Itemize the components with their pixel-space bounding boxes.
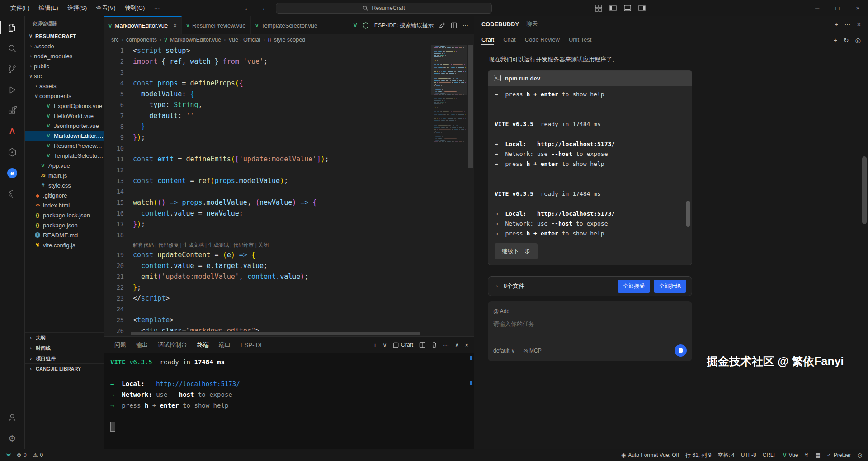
maximize-button[interactable]: □ — [827, 0, 848, 16]
panel-tab-[interactable]: 调试控制台 — [153, 337, 192, 353]
pencil-icon[interactable] — [439, 22, 445, 28]
tree-item-components[interactable]: ∨components — [25, 91, 104, 101]
panel-tab-esp-idf[interactable]: ESP-IDF — [236, 337, 269, 353]
sidebar-section-cangjie-library[interactable]: ›CANGJIE LIBRARY — [25, 363, 104, 374]
esp-device-button[interactable]: ▤ — [812, 449, 823, 461]
menu-f[interactable]: 文件(F) — [6, 2, 34, 14]
close-window-button[interactable]: × — [848, 0, 868, 16]
task-input[interactable] — [493, 320, 629, 327]
code-line[interactable]: 17}); — [104, 219, 431, 230]
close-tab-icon[interactable]: × — [173, 22, 177, 29]
code-line[interactable]: 2import { ref, watch } from 'vue'; — [104, 56, 431, 67]
breadcrumb-item-style-scoped[interactable]: style scoped — [274, 37, 305, 43]
project-root-row[interactable]: ∨ RESUMECRAFT — [25, 31, 104, 41]
search-sidebar-icon[interactable] — [0, 38, 24, 59]
eol-sequence[interactable]: CRLF — [760, 449, 780, 461]
tree-item-exportoptions-vue[interactable]: VExportOptions.vue — [25, 101, 104, 111]
tab-markdowneditor-vue[interactable]: VMarkdownEditor.vue× — [104, 16, 182, 34]
target-icon[interactable]: ◎ — [855, 37, 861, 44]
code-line[interactable]: 25<template> — [104, 315, 431, 325]
breadcrumb-item-vue-official[interactable]: Vue - Official — [228, 37, 260, 43]
menu-more-icon[interactable]: ⋯ — [150, 3, 164, 13]
codelens-[interactable]: 解释代码 — [133, 242, 154, 248]
code-line[interactable]: 9}); — [104, 132, 431, 143]
tree-item-jsonimporter-vue[interactable]: VJsonImporter.vue — [25, 121, 104, 131]
terminal-profile-chevron-icon[interactable]: ∨ — [382, 342, 387, 348]
panel-more-icon[interactable]: ⋯ — [443, 342, 449, 348]
new-terminal-icon[interactable]: + — [373, 342, 377, 348]
code-line[interactable]: 11const emit = defineEmits(['update:mode… — [104, 154, 431, 165]
menu-g[interactable]: 转到(G) — [121, 2, 149, 14]
code-line[interactable]: 4const props = defineProps({ — [104, 78, 431, 89]
history-icon[interactable]: ↻ — [844, 37, 849, 44]
send-stop-button[interactable] — [675, 344, 687, 357]
remote-window-button[interactable]: >< — [3, 449, 14, 461]
minimap[interactable] — [431, 45, 467, 336]
code-line[interactable]: 24 — [104, 304, 431, 315]
toggle-panel-icon[interactable] — [624, 5, 631, 12]
code-line[interactable]: 21 emit('update:modelValue', content.val… — [104, 271, 431, 282]
menu-e[interactable]: 编辑(E) — [35, 2, 62, 14]
panel-tab-[interactable]: 终端 — [192, 337, 214, 353]
code-line[interactable]: 15watch(() => props.modelValue, (newValu… — [104, 197, 431, 208]
code-line[interactable]: 3 — [104, 67, 431, 78]
code-line[interactable]: 5 modelValue: { — [104, 89, 431, 99]
terminal[interactable]: VITE v6.3.5 ready in 17484 ms→ Local: ht… — [104, 353, 474, 449]
codebuddy-tab-chat[interactable]: Chat — [503, 36, 515, 45]
editor-vertical-scrollbar[interactable] — [467, 45, 474, 336]
encoding[interactable]: UTF-8 — [738, 449, 760, 461]
esp-idf-action-button[interactable]: ESP-IDF: 搜索错误提示 — [374, 22, 434, 29]
forward-icon[interactable]: → — [259, 4, 266, 12]
card-scrollbar-thumb[interactable] — [686, 201, 690, 227]
code-line[interactable]: 7 default: '' — [104, 110, 431, 121]
explorer-more-icon[interactable]: ⋯ — [93, 20, 99, 27]
code-editor[interactable]: 1<script setup>2import { ref, watch } fr… — [104, 45, 474, 336]
tab-templateselector-vue[interactable]: VTemplateSelector.vue — [251, 16, 323, 34]
model-selector[interactable]: default ∨ — [493, 348, 515, 354]
esp-flash-button[interactable]: ↯ — [801, 449, 812, 461]
menu-s[interactable]: 选择(S) — [63, 2, 91, 14]
panel-tab-[interactable]: 输出 — [131, 337, 153, 353]
tree-item-package-json[interactable]: {}package.json — [25, 220, 104, 230]
tree-item-index-html[interactable]: <>index.html — [25, 200, 104, 210]
more-actions-icon[interactable]: ⋯ — [462, 22, 468, 29]
code-line[interactable]: 18 — [104, 230, 431, 240]
kill-terminal-trash-icon[interactable] — [431, 342, 437, 348]
problems-warnings[interactable]: ⚠0 — [30, 449, 46, 461]
code-line[interactable]: 8 } — [104, 121, 431, 132]
code-line[interactable]: 12 — [104, 165, 431, 175]
add-context-button[interactable]: @ Add — [493, 308, 509, 315]
code-line[interactable]: 19const updateContent = (e) => { — [104, 249, 431, 260]
tree-item-src[interactable]: ∨src — [25, 71, 104, 81]
tree-item-markdowneditor-vue[interactable]: VMarkdownEditor.vue — [25, 131, 104, 141]
craft-terminal-button[interactable]: Craft — [393, 342, 413, 348]
ext-espressif-icon[interactable] — [0, 183, 24, 204]
codelens-[interactable]: 关闭 — [258, 242, 269, 248]
codelens-[interactable]: 生成测试 — [208, 242, 229, 248]
extensions-icon[interactable] — [0, 100, 24, 121]
codelens-[interactable]: 生成文档 — [183, 242, 204, 248]
maximize-panel-icon[interactable]: ∧ — [455, 342, 459, 348]
breadcrumb-item-components[interactable]: components — [126, 37, 157, 43]
tree-item-vscode[interactable]: ›.vscode — [25, 41, 104, 51]
tree-item-public[interactable]: ›public — [25, 61, 104, 71]
tree-item-resumepreview-vue[interactable]: VResumePreview.vue — [25, 141, 104, 151]
codelens-[interactable]: 代码修复 — [158, 242, 179, 248]
tree-item-helloworld-vue[interactable]: VHelloWorld.vue — [25, 111, 104, 121]
toggle-sidebar-right-icon[interactable] — [638, 5, 646, 12]
run-debug-icon[interactable] — [0, 80, 24, 100]
scrollbar-thumb[interactable] — [131, 332, 420, 335]
reject-all-button[interactable]: 全部拒绝 — [654, 280, 686, 293]
code-line[interactable]: 1<script setup> — [104, 45, 431, 56]
tree-item-package-lock-json[interactable]: {}package-lock.json — [25, 210, 104, 220]
accounts-icon[interactable] — [0, 407, 24, 428]
tree-item-templateselector-vue[interactable]: VTemplateSelector.vue — [25, 151, 104, 160]
code-line[interactable]: 14 — [104, 186, 431, 197]
editor-horizontal-scrollbar[interactable] — [124, 331, 431, 336]
scrollbar-thumb[interactable] — [468, 45, 473, 168]
ext-browser-icon[interactable]: e — [0, 163, 24, 183]
ext-codebuddy-icon[interactable] — [0, 142, 24, 163]
codelens-[interactable]: 代码评审 — [233, 242, 254, 248]
panel-tab-[interactable]: 端口 — [214, 337, 236, 353]
code-line[interactable]: 23</script> — [104, 293, 431, 304]
